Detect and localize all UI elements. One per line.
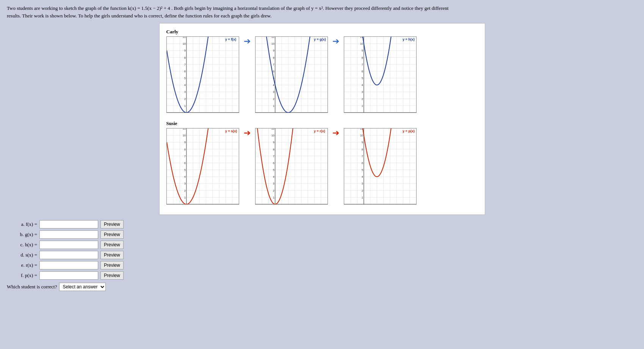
label-rx: e. r(x) =	[7, 262, 37, 268]
input-row-sx: d. s(x) = Preview	[7, 251, 637, 259]
graphs-wrapper: Carly ➔ ➔ Susie ➔	[166, 29, 478, 209]
which-student-label: Which student is correct?	[7, 284, 57, 290]
preview-rx-button[interactable]: Preview	[100, 261, 124, 269]
carly-graphs-row: ➔ ➔	[166, 36, 478, 113]
which-student-row: Which student is correct? Select an answ…	[7, 283, 637, 291]
input-hx[interactable]	[39, 241, 98, 249]
carly-graph2-block	[255, 36, 328, 113]
susie-graph-sx	[166, 128, 239, 205]
carly-graph-fx	[166, 36, 239, 113]
preview-hx-button[interactable]: Preview	[100, 241, 124, 249]
input-row-hx: c. h(x) = Preview	[7, 241, 637, 249]
label-gx: b. g(x) =	[7, 232, 37, 238]
input-row-gx: b. g(x) = Preview	[7, 230, 637, 239]
susie-graphs-row: ➔ ➔	[166, 128, 478, 205]
label-sx: d. s(x) =	[7, 252, 37, 258]
problem-text: Two students are working to sketch the g…	[7, 5, 462, 19]
answer-select[interactable]: Select an answer Carly Susie	[59, 283, 106, 291]
susie-graph3-block	[344, 128, 417, 205]
input-rx[interactable]	[39, 261, 98, 269]
input-row-fx: a. f(x) = Preview	[7, 220, 637, 228]
preview-sx-button[interactable]: Preview	[100, 251, 124, 259]
inputs-section: a. f(x) = Preview b. g(x) = Preview c. h…	[7, 220, 637, 291]
input-px[interactable]	[39, 271, 98, 280]
susie-graph-rx	[255, 128, 328, 205]
preview-gx-button[interactable]: Preview	[100, 230, 124, 239]
carly-arrow1: ➔	[244, 36, 251, 113]
susie-arrow2: ➔	[332, 128, 339, 205]
label-hx: c. h(x) =	[7, 242, 37, 248]
carly-graph-hx	[344, 36, 417, 113]
carly-label: Carly	[166, 29, 478, 35]
input-fx[interactable]	[39, 220, 98, 228]
carly-graph3-block	[344, 36, 417, 113]
susie-graph-px	[344, 128, 417, 205]
carly-graph-gx	[255, 36, 328, 113]
carly-arrow2: ➔	[332, 36, 339, 113]
input-sx[interactable]	[39, 251, 98, 259]
susie-graph1-block	[166, 128, 239, 205]
susie-graph2-block	[255, 128, 328, 205]
carly-graph1-block	[166, 36, 239, 113]
label-px: f. p(x) =	[7, 272, 37, 279]
susie-arrow1: ➔	[244, 128, 251, 205]
preview-px-button[interactable]: Preview	[100, 271, 124, 280]
susie-section: Susie ➔ ➔	[166, 121, 478, 209]
label-fx: a. f(x) =	[7, 221, 37, 227]
preview-fx-button[interactable]: Preview	[100, 220, 124, 228]
main-container: Carly ➔ ➔ Susie ➔	[159, 23, 485, 215]
susie-label: Susie	[166, 121, 478, 127]
input-row-px: f. p(x) = Preview	[7, 271, 637, 280]
carly-section: Carly ➔ ➔	[166, 29, 478, 117]
input-gx[interactable]	[39, 230, 98, 239]
input-row-rx: e. r(x) = Preview	[7, 261, 637, 269]
